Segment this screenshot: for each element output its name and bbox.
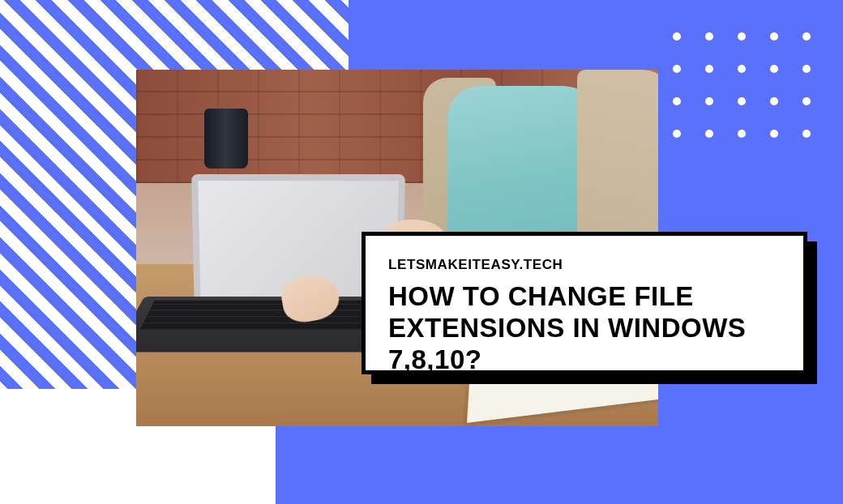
coffee-cup <box>204 109 248 169</box>
decor-dot <box>802 65 811 73</box>
decor-dot <box>738 65 746 73</box>
decor-dot <box>802 97 811 105</box>
decor-dot <box>738 130 746 138</box>
decor-dot <box>738 32 746 41</box>
decor-dot <box>802 32 811 41</box>
decor-dot <box>705 65 713 73</box>
decor-dot <box>770 65 778 73</box>
title-card: LETSMAKEITEASY.TECH HOW TO CHANGE FILE E… <box>362 232 807 374</box>
article-title: HOW TO CHANGE FILE EXTENSIONS IN WINDOWS… <box>388 281 781 376</box>
decor-dot <box>738 97 746 105</box>
decor-dot <box>705 32 713 41</box>
banner-canvas: LETSMAKEITEASY.TECH HOW TO CHANGE FILE E… <box>0 0 843 504</box>
decor-dot <box>705 97 713 105</box>
decor-dot <box>705 130 713 138</box>
decor-dot <box>673 32 681 41</box>
decor-dot <box>673 65 681 73</box>
decor-dot <box>770 32 778 41</box>
decor-dot <box>802 130 811 138</box>
decor-dot <box>673 97 681 105</box>
decor-dot <box>673 130 681 138</box>
site-name-label: LETSMAKEITEASY.TECH <box>388 257 781 273</box>
dot-grid-decoration <box>673 32 811 138</box>
decor-dot <box>770 97 778 105</box>
decor-dot <box>770 130 778 138</box>
